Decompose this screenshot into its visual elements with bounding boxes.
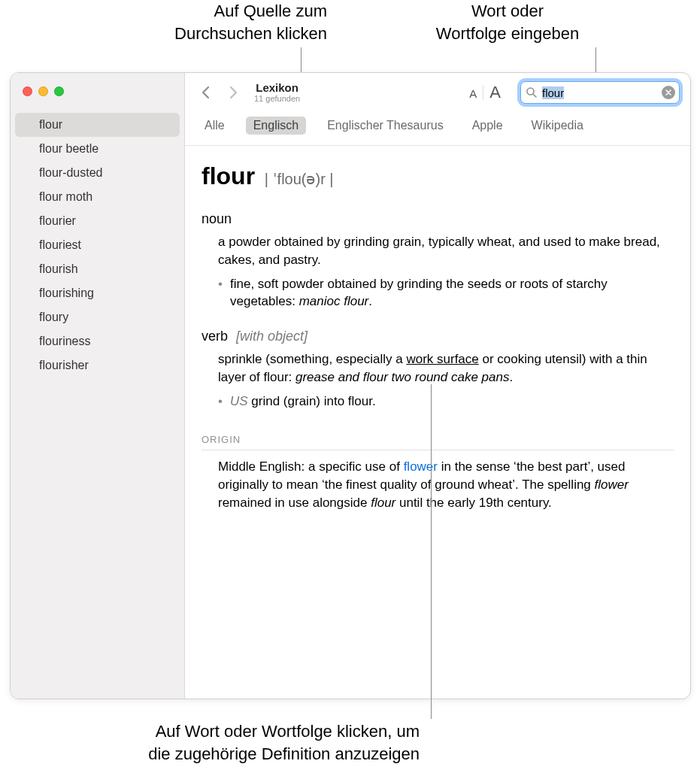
increase-font-button[interactable]: A (483, 83, 507, 102)
app-window: flourflour beetleflour-dustedflour mothf… (10, 72, 691, 699)
content-area: flour | ˈflou(ə)r | noun a powder obtain… (185, 146, 690, 699)
pos-noun: noun (202, 210, 674, 229)
period: . (368, 294, 372, 308)
decrease-font-button[interactable]: A (463, 87, 483, 100)
origin-part: until the early 19th century. (395, 496, 552, 510)
sidebar-item[interactable]: flour moth (11, 185, 184, 209)
definition[interactable]: a powder obtained by grinding grain, typ… (218, 233, 674, 269)
title-area: Lexikon 11 gefunden (254, 82, 300, 104)
font-size-control: A A (463, 83, 507, 102)
window-controls (11, 82, 184, 108)
source-tab[interactable]: Englisch (246, 117, 306, 135)
callout-line (431, 384, 432, 719)
sidebar-item[interactable]: flouriest (11, 233, 184, 257)
sidebar-list: flourflour beetleflour-dustedflour mothf… (11, 108, 184, 377)
callout-definition-click: Auf Wort oder Wortfolge klicken, um die … (36, 720, 420, 765)
pos-verb-extra: [with object] (236, 329, 308, 344)
callout-sources: Auf Quelle zum Durchsuchen klicken (132, 0, 327, 44)
linked-phrase[interactable]: work surface (406, 352, 478, 366)
sidebar: flourflour beetleflour-dustedflour mothf… (11, 73, 185, 699)
sidebar-item[interactable]: flourish (11, 257, 184, 281)
sidebar-item[interactable]: floury (11, 305, 184, 329)
zoom-window-button[interactable] (54, 86, 64, 96)
sidebar-item[interactable]: flour beetle (11, 137, 184, 161)
period: . (509, 370, 513, 384)
origin-part: remained in use alongside (218, 496, 371, 510)
forward-button[interactable] (223, 82, 244, 103)
sidebar-item[interactable]: flouriness (11, 329, 184, 353)
def-text: sprinkle (something, especially a (218, 352, 406, 366)
sub-definition[interactable]: fine, soft powder obtained by grinding t… (218, 275, 674, 311)
origin-heading: ORIGIN (202, 433, 674, 450)
search-field-wrap (520, 81, 680, 104)
source-tab[interactable]: Wikipedia (524, 117, 591, 135)
pos-verb-label: verb (202, 329, 228, 344)
origin-link[interactable]: flower (404, 459, 438, 474)
source-tab[interactable]: Alle (197, 117, 232, 135)
sidebar-item[interactable]: flourier (11, 209, 184, 233)
svg-line-1 (533, 94, 536, 97)
toolbar: Lexikon 11 gefunden A A (185, 73, 690, 112)
example: grease and flour two round cake pans (295, 370, 509, 384)
close-window-button[interactable] (23, 86, 32, 96)
callout-line (595, 47, 596, 73)
source-tab[interactable]: Englischer Thesaurus (320, 117, 450, 135)
sub-def-text: fine, soft powder obtained by grinding t… (230, 277, 608, 309)
results-count: 11 gefunden (254, 94, 300, 103)
sub-definition[interactable]: US grind (grain) into flour. (218, 393, 674, 411)
search-icon (526, 86, 538, 99)
definition[interactable]: sprinkle (something, especially a work s… (218, 350, 674, 386)
source-tab[interactable]: Apple (465, 117, 511, 135)
origin-text[interactable]: Middle English: a specific use of flower… (218, 458, 674, 511)
origin-part: Middle English: a specific use of (218, 459, 404, 474)
sidebar-item[interactable]: flourisher (11, 353, 184, 377)
pronunciation: | ˈflou(ə)r | (265, 171, 334, 187)
callout-search: Wort oder Wortfolge eingeben (421, 0, 594, 44)
example: manioc flour (299, 294, 369, 308)
minimize-window-button[interactable] (38, 86, 48, 96)
clear-search-button[interactable] (662, 86, 675, 99)
sidebar-item[interactable]: flour-dusted (11, 161, 184, 185)
sidebar-item[interactable]: flour (15, 113, 180, 137)
app-title: Lexikon (256, 82, 298, 95)
back-button[interactable] (195, 82, 217, 103)
headword: flour (202, 162, 255, 189)
pos-verb: verb [with object] (202, 327, 674, 346)
origin-italic: flower (595, 477, 629, 492)
origin-italic: flour (371, 496, 395, 510)
region-label: US (230, 394, 251, 408)
search-input[interactable] (520, 81, 680, 104)
main-area: Lexikon 11 gefunden A A AlleEnglischE (185, 73, 690, 699)
source-tabs: AlleEnglischEnglischer ThesaurusAppleWik… (185, 112, 690, 146)
sub-def-text: grind (grain) into flour. (251, 394, 375, 408)
sidebar-item[interactable]: flourishing (11, 281, 184, 305)
